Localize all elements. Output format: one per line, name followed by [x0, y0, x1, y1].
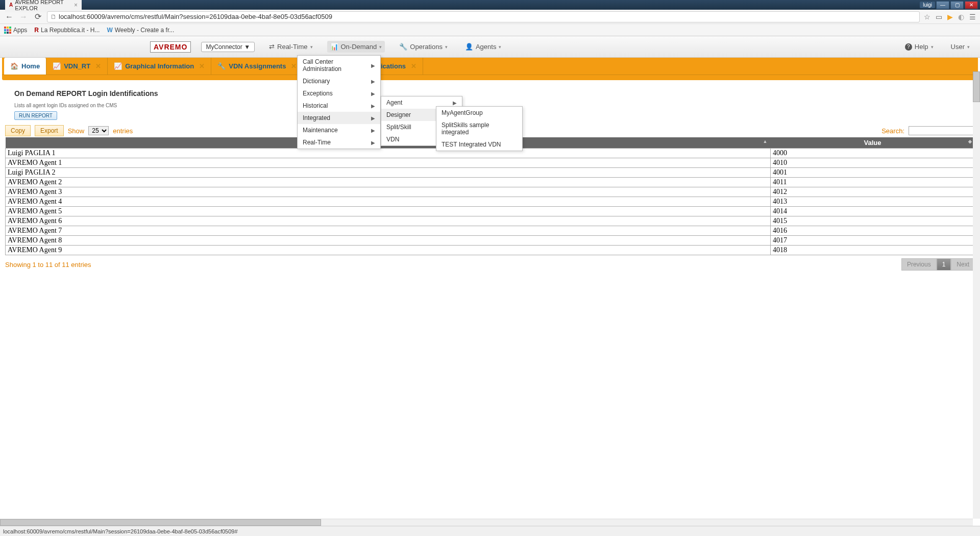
menu-ondemand[interactable]: 📊 On-Demand ▾ [327, 41, 385, 53]
status-url: localhost:60009/avremo/cms/restful/Main?… [3, 528, 238, 534]
submenu-arrow-icon: ▶ [371, 63, 375, 68]
menu-item-label: Exceptions [303, 90, 333, 97]
vscroll-thumb[interactable] [973, 71, 980, 102]
export-button[interactable]: Export [35, 125, 64, 136]
minimize-button[interactable]: — [936, 1, 949, 9]
submenu-arrow-icon: ▶ [371, 128, 375, 133]
menu-realtime[interactable]: ⇄ Real-Time ▾ [266, 41, 315, 53]
page-1-button[interactable]: 1 [937, 258, 951, 271]
col-value-label: Value [864, 139, 881, 147]
previous-button[interactable]: Previous [901, 258, 937, 271]
cell-value: 4001 [771, 168, 975, 178]
cell-name: AVREMO Agent 9 [6, 246, 771, 255]
menu-user[interactable]: User ▾ [948, 41, 973, 53]
tab-vdn_rt[interactable]: 📈VDN_RT✕ [46, 58, 108, 75]
page-size-select[interactable]: 25 [88, 126, 109, 135]
menu-item-label: Real-Time [303, 139, 331, 146]
play-icon[interactable]: ▶ [947, 13, 953, 21]
cell-name: AVREMO Agent 3 [6, 187, 771, 197]
menu-item-exceptions[interactable]: Exceptions▶ [298, 87, 380, 100]
menu-item-splitskills-sample-integrated[interactable]: SplitSkills sample integrated [436, 119, 522, 138]
cell-value: 4018 [771, 246, 975, 255]
vertical-scrollbar[interactable] [973, 71, 980, 519]
table-row: AVREMO Agent 64015 [6, 216, 975, 226]
menu-item-test-integrated-vdn[interactable]: TEST Integrated VDN [436, 138, 522, 151]
tab-close-icon[interactable]: ✕ [199, 62, 205, 70]
search-input[interactable] [909, 126, 975, 135]
menu-operations[interactable]: 🔧 Operations ▾ [396, 41, 451, 53]
back-button[interactable]: ← [4, 12, 14, 22]
tab-close-icon[interactable]: ✕ [291, 62, 297, 70]
star-icon[interactable]: ☆ [924, 13, 930, 21]
table-row: AVREMO Agent 14010 [6, 158, 975, 168]
bookmark-weebly[interactable]: W Weebly - Create a fr... [107, 27, 174, 34]
menu-item-real-time[interactable]: Real-Time▶ [298, 136, 380, 149]
tab-label: Home [21, 62, 40, 70]
submenu-arrow-icon: ▶ [371, 115, 375, 121]
sort-icon: ◆ [968, 139, 972, 144]
bookmark-repubblica[interactable]: R La Repubblica.it - H... [34, 27, 100, 34]
tab-close-icon[interactable]: × [74, 2, 78, 9]
menu-item-label: Designer [386, 111, 411, 118]
extension-icon[interactable]: ◐ [958, 13, 964, 21]
menu-item-dictionary[interactable]: Dictionary▶ [298, 75, 380, 87]
app-topbar: AVREMO MyConnector ▼ ⇄ Real-Time ▾ 📊 On-… [0, 36, 980, 58]
menu-icon[interactable]: ☰ [969, 13, 976, 21]
tab-label: Graphical Information [125, 62, 194, 70]
reload-button[interactable]: ⟳ [33, 12, 43, 22]
wrench-icon: 🔧 [217, 62, 226, 70]
cell-name: Luigi PAGLIA 2 [6, 168, 771, 178]
menu-item-maintenance[interactable]: Maintenance▶ [298, 124, 380, 136]
user-badge[interactable]: luigi [920, 2, 935, 8]
menu-item-label: Integrated [303, 114, 330, 121]
menu-help[interactable]: ? Help ▾ [902, 41, 937, 53]
browser-toolbar: ← → ⟳ 🗋 localhost:60009/avremo/cms/restf… [0, 10, 980, 24]
menu-item-historical[interactable]: Historical▶ [298, 100, 380, 112]
search-label: Search: [881, 127, 904, 135]
home-icon: 🏠 [10, 62, 18, 70]
menu-item-call-center-administration[interactable]: Call Center Administration▶ [298, 56, 380, 75]
bookmark-apps[interactable]: Apps [4, 27, 27, 34]
refresh-icon: ⇄ [269, 43, 275, 51]
close-window-button[interactable]: ✕ [965, 1, 978, 9]
table-info: Showing 1 to 11 of 11 entries [5, 261, 91, 269]
forward-button[interactable]: → [18, 12, 29, 22]
browser-tab[interactable]: A AVREMO REPORT EXPLOR × [5, 0, 82, 12]
tab-title: AVREMO REPORT EXPLOR [15, 0, 72, 11]
tab-home[interactable]: 🏠Home [4, 58, 46, 75]
menu-item-label: VDN [386, 136, 399, 143]
page-title: On Demand REPORT Login Identifications [14, 89, 966, 98]
horizontal-scrollbar[interactable] [0, 519, 973, 526]
table-row: AVREMO Agent 74016 [6, 226, 975, 236]
submenu-arrow-icon: ▶ [371, 103, 375, 109]
menu-item-label: SplitSkills sample integrated [442, 121, 517, 136]
menu-item-integrated[interactable]: Integrated▶ [298, 112, 380, 124]
submenu-arrow-icon: ▶ [371, 140, 375, 145]
tab-vdn-assignments[interactable]: 🔧VDN Assignments✕ [211, 58, 303, 75]
table-row: AVREMO Agent 84017 [6, 236, 975, 246]
url-bar[interactable]: 🗋 localhost:60009/avremo/cms/restful/Mai… [47, 11, 920, 22]
next-button[interactable]: Next [951, 258, 975, 271]
menu-agents-label: Agents [476, 43, 496, 51]
hscroll-thumb[interactable] [0, 519, 321, 526]
connector-dropdown[interactable]: MyConnector ▼ [201, 42, 255, 52]
col-value-header[interactable]: Value◆ [771, 137, 975, 149]
bookmark-weebly-label: Weebly - Create a fr... [115, 27, 175, 34]
cell-value: 4010 [771, 158, 975, 168]
menu-item-myagentgroup[interactable]: MyAgentGroup [436, 107, 522, 119]
menu-agents[interactable]: 👤 Agents ▾ [462, 41, 504, 53]
pager: Previous 1 Next [901, 258, 975, 271]
run-report-button[interactable]: RUN REPORT [14, 111, 57, 120]
cell-name: Luigi PAGLIA 1 [6, 149, 771, 158]
tab-close-icon[interactable]: ✕ [411, 62, 416, 70]
device-icon[interactable]: ▭ [936, 13, 942, 21]
maximize-button[interactable]: ▢ [950, 1, 964, 9]
tab-close-icon[interactable]: ✕ [95, 62, 101, 70]
tab-graphical-information[interactable]: 📈Graphical Information✕ [108, 58, 211, 75]
apps-icon [4, 27, 11, 34]
tab-favicon: A [9, 2, 13, 8]
copy-button[interactable]: Copy [5, 125, 31, 136]
menu-item-label: MyAgentGroup [442, 109, 483, 116]
menu-item-label: Maintenance [303, 127, 338, 134]
menu-item-label: Dictionary [303, 78, 330, 85]
